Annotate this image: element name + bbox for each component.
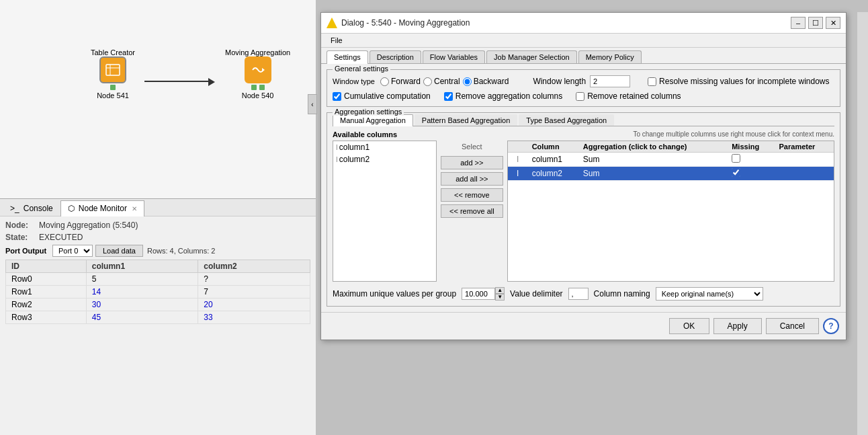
- table-row[interactable]: I column2 Sum: [508, 167, 834, 181]
- console-icon: >_: [10, 204, 19, 213]
- node-table-creator[interactable]: Table Creator Node 541: [91, 47, 135, 100]
- list-item[interactable]: I column2: [333, 153, 436, 165]
- col-header-col2: column2: [198, 260, 310, 273]
- collapse-button[interactable]: ‹: [308, 94, 317, 114]
- row-type-icon: I: [508, 167, 528, 181]
- warning-icon: [327, 17, 337, 28]
- tab-job-manager[interactable]: Job Manager Selection: [486, 50, 577, 63]
- port-select[interactable]: Port 0: [52, 245, 93, 257]
- sub-tab-pattern[interactable]: Pattern Based Aggregation: [415, 114, 517, 126]
- panel-content: Node: Moving Aggregation (5:540) State: …: [0, 216, 316, 328]
- node-moving-aggregation[interactable]: Moving Aggregation Node 540: [225, 47, 290, 100]
- bottom-settings: Maximum unique values per group ▲ ▼ Valu…: [333, 287, 834, 301]
- close-button[interactable]: ✕: [826, 17, 840, 29]
- cancel-button[interactable]: Cancel: [766, 318, 819, 334]
- selection-buttons: Select add >> add all >> << remove << re…: [438, 143, 506, 218]
- window-length-label: Window length: [533, 77, 586, 86]
- remove-all-button[interactable]: << remove all: [441, 204, 503, 218]
- svg-marker-3: [262, 68, 265, 72]
- max-unique-input[interactable]: [462, 288, 495, 300]
- row-aggregation[interactable]: Sum: [579, 153, 728, 167]
- col-header-parameter: Parameter: [775, 141, 834, 153]
- column-selection-area: Available columns I column1 I column2: [333, 130, 834, 282]
- dialog-body: General settings Window type Forward Cen…: [321, 64, 846, 312]
- tab-memory-policy[interactable]: Memory Policy: [578, 50, 642, 63]
- available-columns-list[interactable]: I column1 I column2: [333, 141, 437, 282]
- list-item[interactable]: I column1: [333, 141, 436, 153]
- col-header-col1: column1: [86, 260, 198, 273]
- selected-columns-panel: To change multiple columns use right mou…: [507, 130, 834, 282]
- maximize-button[interactable]: ☐: [808, 17, 823, 29]
- radio-backward[interactable]: Backward: [463, 77, 509, 86]
- type-icon: I: [336, 144, 338, 151]
- cumulative-computation-checkbox[interactable]: Cumulative computation: [333, 91, 431, 101]
- row-missing[interactable]: [728, 153, 775, 167]
- select-label: Select: [441, 143, 503, 151]
- tab-console[interactable]: >_ Console: [3, 200, 60, 216]
- table-row: Row23020: [6, 299, 310, 311]
- spinner-up[interactable]: ▲: [495, 287, 505, 294]
- load-data-button[interactable]: Load data: [95, 245, 143, 257]
- state-row: State: EXECUTED: [5, 233, 310, 242]
- type-icon: I: [336, 156, 338, 163]
- naming-select[interactable]: Keep original name(s) Aggregation method…: [656, 287, 763, 301]
- tab-settings[interactable]: Settings: [327, 50, 368, 64]
- ok-button[interactable]: OK: [669, 318, 709, 334]
- available-label: Available columns: [333, 130, 437, 139]
- delimiter-input[interactable]: [568, 288, 589, 300]
- col-header-id: ID: [6, 260, 87, 273]
- window-type-label: Window type: [333, 77, 375, 85]
- remove-aggregation-columns-checkbox[interactable]: Remove aggregation columns: [444, 91, 562, 101]
- radio-central[interactable]: Central: [423, 77, 460, 86]
- node2-sublabel: Node 540: [242, 91, 274, 100]
- col-header: [508, 141, 528, 153]
- row-missing[interactable]: [728, 167, 775, 181]
- radio-forward[interactable]: Forward: [380, 77, 421, 86]
- tab-description[interactable]: Description: [370, 50, 421, 63]
- port: [110, 85, 116, 90]
- tab-flow-variables[interactable]: Flow Variables: [423, 50, 485, 63]
- dialog-controls: – ☐ ✕: [791, 17, 840, 29]
- node1-sublabel: Node 541: [97, 91, 129, 100]
- sub-tab-type[interactable]: Type Based Aggregation: [519, 114, 614, 126]
- port-row: Port Output Port 0 Load data Rows: 4, Co…: [5, 245, 310, 257]
- general-settings-section: General settings Window type Forward Cen…: [327, 69, 840, 107]
- table-row: Row05?: [6, 273, 310, 286]
- dialog-title: Dialog - 5:540 - Moving Aggregation: [341, 18, 470, 28]
- remove-button[interactable]: << remove: [441, 188, 503, 202]
- table-row[interactable]: I column1 Sum: [508, 153, 834, 167]
- row-aggregation[interactable]: Sum: [579, 167, 728, 181]
- table-row: Row34533: [6, 311, 310, 324]
- tab-node-monitor[interactable]: ⬡ Node Monitor ✕: [60, 200, 144, 216]
- right-scrollbar[interactable]: [857, 12, 868, 435]
- arrow-line: [144, 81, 212, 82]
- dialog: Dialog - 5:540 - Moving Aggregation – ☐ …: [320, 12, 847, 340]
- node1-icon: [99, 56, 126, 83]
- row-parameter: [775, 153, 834, 167]
- row-type-icon: I: [508, 153, 528, 167]
- bottom-panel: >_ Console ⬡ Node Monitor ✕ Node: Moving…: [0, 198, 316, 435]
- col-header-column: Column: [528, 141, 579, 153]
- spinner-down[interactable]: ▼: [495, 294, 505, 301]
- minimize-button[interactable]: –: [791, 17, 806, 29]
- selected-table-area[interactable]: Column Aggregation (click to change) Mis…: [507, 141, 834, 282]
- window-length-group: Window length: [533, 75, 630, 87]
- remove-retained-columns-checkbox[interactable]: Remove retained columns: [576, 91, 681, 101]
- max-unique-label: Maximum unique values per group: [333, 289, 456, 299]
- menu-file[interactable]: File: [327, 35, 347, 46]
- data-table: ID column1 column2 Row05? Row1147 Row230…: [5, 260, 310, 324]
- svg-rect-0: [106, 65, 120, 75]
- max-unique-spinner[interactable]: ▲ ▼: [462, 287, 505, 301]
- port: [259, 85, 265, 90]
- arrow-head: [208, 78, 215, 86]
- state-value: EXECUTED: [39, 233, 83, 242]
- window-length-input[interactable]: [590, 75, 630, 87]
- add-button[interactable]: add >>: [441, 156, 503, 169]
- dialog-footer: OK Apply Cancel ?: [321, 312, 846, 340]
- add-all-button[interactable]: add all >>: [441, 172, 503, 186]
- sub-tab-manual[interactable]: Manual Aggregation: [333, 114, 413, 126]
- col-header-aggregation: Aggregation (click to change): [579, 141, 728, 153]
- apply-button[interactable]: Apply: [713, 318, 762, 334]
- resolve-missing-checkbox[interactable]: Resolve missing values for incomplete wi…: [648, 77, 829, 86]
- help-button[interactable]: ?: [823, 318, 839, 334]
